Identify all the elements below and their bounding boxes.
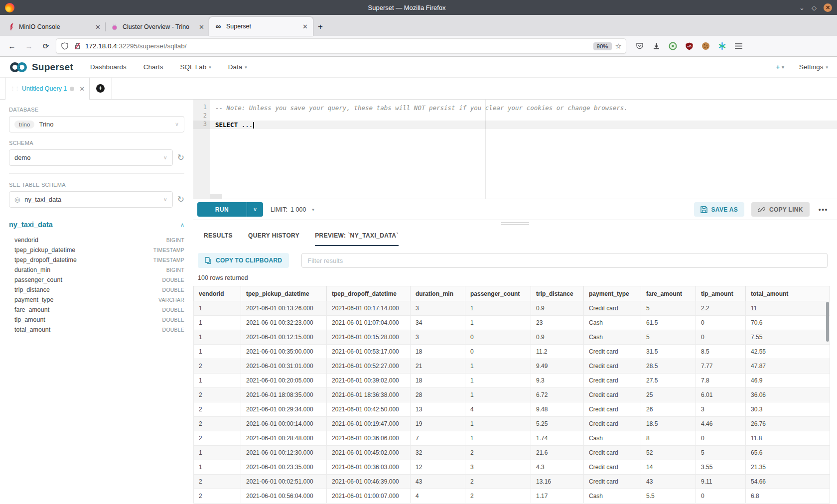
column-header[interactable]: passenger_count xyxy=(465,286,531,301)
column-header[interactable]: fare_amount xyxy=(641,286,696,301)
nav-item-charts[interactable]: Charts xyxy=(143,63,163,71)
browser-tab-minio[interactable]: MinIO Console ✕ xyxy=(2,18,106,36)
table-schema-select[interactable]: ◎ ny_taxi_data ∨ xyxy=(9,191,173,208)
nav-item-dashboards[interactable]: Dashboards xyxy=(90,63,127,71)
copy-icon xyxy=(205,257,211,264)
save-as-button[interactable]: SAVE AS xyxy=(694,202,744,217)
back-button[interactable]: ← xyxy=(5,39,19,53)
zoom-level-badge[interactable]: 90% xyxy=(593,42,612,50)
query-tab-close-icon[interactable]: ✕ xyxy=(79,85,85,93)
menu-hamburger-icon[interactable] xyxy=(734,42,743,51)
column-name: passenger_count xyxy=(14,276,62,283)
table-row: 22021-06-01 00:29:34.0002021-06-01 00:42… xyxy=(194,402,830,417)
insecure-lock-icon[interactable] xyxy=(73,42,82,51)
superset-infinity-icon xyxy=(9,61,28,73)
column-header[interactable]: duration_min xyxy=(411,286,465,301)
column-name: vendorid xyxy=(14,237,38,244)
column-type: DOUBLE xyxy=(162,277,184,283)
database-select[interactable]: trino Trino ∨ xyxy=(9,116,184,132)
copy-to-clipboard-button[interactable]: COPY TO CLIPBOARD xyxy=(198,253,289,268)
panel-resize-handle[interactable] xyxy=(193,220,837,226)
code-line xyxy=(210,112,837,121)
add-query-tab-button[interactable]: + xyxy=(90,78,112,99)
tab-preview-ny-taxi-data[interactable]: PREVIEW: `NY_TAXI_DATA` xyxy=(315,226,399,246)
table-cell: 18 xyxy=(411,374,465,388)
browser-tab-trino[interactable]: Cluster Overview - Trino ✕ xyxy=(106,18,209,36)
column-header[interactable]: tip_amount xyxy=(696,286,746,301)
nav-item-label: Data xyxy=(228,63,243,71)
nav-item-data[interactable]: Data▾ xyxy=(228,63,247,71)
window-close-button[interactable]: ✕ xyxy=(824,3,832,12)
schema-column-row: duration_minBIGINT xyxy=(9,265,184,275)
new-tab-button[interactable]: + xyxy=(313,18,328,36)
table-cell: 2 xyxy=(194,388,241,402)
table-cell: 0 xyxy=(696,330,746,345)
tracking-shield-icon[interactable] xyxy=(60,42,69,51)
tab-close-icon[interactable]: ✕ xyxy=(95,23,101,31)
sql-keyword: SELECT xyxy=(215,121,238,128)
tab-close-icon[interactable]: ✕ xyxy=(302,23,308,30)
column-header[interactable]: trip_distance xyxy=(531,286,584,301)
drag-handle-icon[interactable]: ⋮⋮ xyxy=(10,86,19,91)
table-cell: 4 xyxy=(465,402,531,417)
table-cell: 2021-06-01 00:17:14.000 xyxy=(327,301,411,316)
code-line: SELECT ... xyxy=(210,121,837,129)
query-tab-untitled-query-1[interactable]: ⋮⋮ Untitled Query 1 ✕ xyxy=(5,78,90,100)
nav-item-sql-lab[interactable]: SQL Lab▾ xyxy=(180,63,211,71)
window-minimize-icon[interactable]: ⌄ xyxy=(799,4,805,11)
run-button[interactable]: RUN ∨ xyxy=(197,202,263,217)
new-item-button[interactable]: +▾ xyxy=(776,63,784,71)
table-cell: 2021-06-01 00:36:06.000 xyxy=(327,431,411,446)
run-options-caret[interactable]: ∨ xyxy=(247,202,263,217)
schema-column-row: tip_amountDOUBLE xyxy=(9,315,184,325)
table-cell: 6.01 xyxy=(696,388,746,402)
window-maximize-icon[interactable]: ◇ xyxy=(812,4,817,11)
copy-link-button[interactable]: COPY LINK xyxy=(751,202,810,217)
column-header[interactable]: tpep_pickup_datetime xyxy=(241,286,327,301)
tab-results[interactable]: RESULTS xyxy=(204,226,233,246)
firefox-icon xyxy=(5,3,14,12)
reload-button[interactable]: ⟳ xyxy=(39,39,53,53)
refresh-table-icon[interactable]: ↻ xyxy=(177,194,184,205)
more-options-button[interactable]: ••• xyxy=(819,206,828,214)
table-cell: Credit card xyxy=(584,446,641,460)
url-bar[interactable]: 172.18.0.4:32295/superset/sqllab/ 90% ☆ xyxy=(56,38,626,54)
schema-select[interactable]: demo ∨ xyxy=(9,149,173,166)
column-header[interactable]: tpep_dropoff_datetime xyxy=(327,286,411,301)
limit-dropdown[interactable]: LIMIT: 1 000 ▾ xyxy=(271,206,314,213)
extension-green-icon[interactable] xyxy=(668,42,677,51)
query-tab-label: Untitled Query 1 xyxy=(22,85,67,92)
schema-column-row: payment_typeVARCHAR xyxy=(9,295,184,305)
forward-button[interactable]: → xyxy=(22,39,36,53)
column-header[interactable]: vendorid xyxy=(194,286,241,301)
table-row: 12021-06-01 00:12:30.0002021-06-01 00:45… xyxy=(194,446,830,460)
sql-code-editor[interactable]: 123 -- Note: Unless you save your query,… xyxy=(193,100,837,199)
table-row: 22021-06-01 00:28:48.0002021-06-01 00:36… xyxy=(194,431,830,446)
collapse-chevron-icon[interactable]: ∧ xyxy=(180,222,184,228)
column-header[interactable]: total_amount xyxy=(746,286,830,301)
table-scrollbar-thumb[interactable] xyxy=(826,302,829,342)
ublock-icon[interactable]: uO xyxy=(685,42,694,51)
bookmark-star-icon[interactable]: ☆ xyxy=(615,42,622,51)
table-row: 12021-06-01 00:12:15.0002021-06-01 00:15… xyxy=(194,330,830,345)
plus-circle-icon: + xyxy=(96,84,105,93)
pocket-icon[interactable] xyxy=(635,42,644,51)
browser-tab-superset[interactable]: ∞ Superset ✕ xyxy=(209,17,313,36)
table-cell: 13 xyxy=(411,402,465,417)
table-name[interactable]: ny_taxi_data xyxy=(9,221,53,229)
column-header[interactable]: payment_type xyxy=(584,286,641,301)
sparkle-extension-icon[interactable] xyxy=(717,42,726,51)
filter-results-input[interactable] xyxy=(301,253,828,268)
tab-close-icon[interactable]: ✕ xyxy=(199,23,204,31)
tab-query-history[interactable]: QUERY HISTORY xyxy=(248,226,299,246)
table-cell: 21 xyxy=(411,359,465,374)
editor-code-area[interactable]: -- Note: Unless you save your query, the… xyxy=(210,100,837,199)
superset-logo[interactable]: Superset xyxy=(9,61,73,73)
refresh-schema-icon[interactable]: ↻ xyxy=(177,152,184,163)
cookie-extension-icon[interactable] xyxy=(701,42,710,51)
table-cell: 11.2 xyxy=(531,345,584,359)
url-text[interactable]: 172.18.0.4:32295/superset/sqllab/ xyxy=(85,42,590,50)
settings-menu[interactable]: Settings▾ xyxy=(799,63,828,71)
table-schema-card: ny_taxi_data ∧ vendoridBIGINTtpep_pickup… xyxy=(9,221,184,335)
downloads-icon[interactable] xyxy=(652,42,661,51)
